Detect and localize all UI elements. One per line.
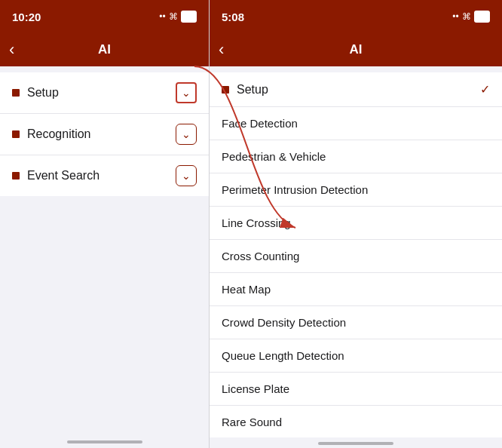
- left-nav-bar: ‹ AI: [0, 33, 209, 66]
- right-item-cross-counting[interactable]: Cross Counting: [210, 240, 502, 273]
- right-back-button[interactable]: ‹: [219, 40, 224, 60]
- license-plate-label: License Plate: [222, 382, 289, 395]
- right-item-heat-map[interactable]: Heat Map: [210, 273, 502, 306]
- right-setup-chevron-icon: ✓: [480, 82, 490, 97]
- right-setup-left: Setup: [222, 83, 268, 97]
- right-panel: 5:08 •• ⌘ 97 ‹ AI Setup ✓ Face Detection…: [209, 0, 502, 448]
- right-item-perimeter-intrusion[interactable]: Perimeter Intrusion Detection: [210, 173, 502, 207]
- right-nav-bar: ‹ AI: [210, 33, 502, 66]
- setup-label: Setup: [27, 86, 59, 100]
- left-time: 10:20: [12, 11, 41, 23]
- eventsearch-dot: [12, 172, 20, 180]
- eventsearch-label: Event Search: [27, 169, 99, 183]
- recognition-chevron-symbol: ⌄: [182, 128, 191, 140]
- queue-length-label: Queue Length Detection: [222, 349, 344, 362]
- eventsearch-chevron-symbol: ⌄: [182, 170, 191, 182]
- right-item-pedestrian-vehicle[interactable]: Pedestrian & Vehicle: [210, 140, 502, 173]
- left-menu-item-setup-left: Setup: [12, 86, 59, 100]
- pedestrian-vehicle-label: Pedestrian & Vehicle: [222, 150, 326, 163]
- right-battery: 97: [474, 11, 490, 23]
- left-home-indicator: [0, 440, 209, 443]
- right-item-face-detection[interactable]: Face Detection: [210, 107, 502, 140]
- left-home-bar: [67, 440, 142, 443]
- recognition-expand-icon[interactable]: ⌄: [176, 124, 197, 145]
- right-home-bar: [318, 442, 393, 445]
- right-home-indicator: [210, 437, 502, 448]
- cross-counting-label: Cross Counting: [222, 250, 299, 262]
- setup-expand-icon[interactable]: ⌄: [176, 82, 197, 103]
- right-wifi-icon: ⌘: [462, 11, 471, 22]
- perimeter-intrusion-label: Perimeter Intrusion Detection: [222, 183, 368, 196]
- eventsearch-expand-icon[interactable]: ⌄: [176, 165, 197, 186]
- left-menu-item-recognition[interactable]: Recognition ⌄: [0, 114, 209, 155]
- right-status-bar: 5:08 •• ⌘ 97: [210, 0, 502, 33]
- right-setup-item[interactable]: Setup ✓: [210, 72, 502, 107]
- line-crossing-label: Line Crossing: [222, 216, 291, 229]
- left-menu-list: Setup ⌄ Recognition ⌄ Event Search ⌄: [0, 72, 209, 196]
- right-item-rare-sound[interactable]: Rare Sound: [210, 406, 502, 437]
- recognition-dot: [12, 130, 20, 138]
- setup-dot: [12, 89, 20, 97]
- right-item-line-crossing[interactable]: Line Crossing: [210, 207, 502, 240]
- right-nav-title: AI: [350, 42, 363, 57]
- left-wifi-icon: ⌘: [169, 11, 178, 22]
- left-status-icons: •• ⌘ 74: [159, 11, 197, 23]
- right-signal-icon: ••: [452, 11, 458, 22]
- rare-sound-label: Rare Sound: [222, 416, 282, 428]
- heat-map-label: Heat Map: [222, 283, 271, 296]
- left-menu-item-setup[interactable]: Setup ⌄: [0, 72, 209, 114]
- left-menu-item-eventsearch-left: Event Search: [12, 169, 99, 183]
- face-detection-label: Face Detection: [222, 117, 298, 130]
- crowd-density-label: Crowd Density Detection: [222, 316, 346, 329]
- right-item-license-plate[interactable]: License Plate: [210, 373, 502, 406]
- left-back-button[interactable]: ‹: [9, 40, 14, 60]
- setup-chevron-symbol: ⌄: [182, 87, 191, 99]
- right-setup-dot: [222, 86, 229, 94]
- left-nav-title: AI: [98, 42, 111, 57]
- right-time: 5:08: [222, 11, 244, 23]
- right-item-crowd-density[interactable]: Crowd Density Detection: [210, 306, 502, 339]
- right-setup-label: Setup: [237, 83, 268, 97]
- left-battery: 74: [181, 11, 197, 23]
- left-signal-icon: ••: [159, 11, 165, 22]
- left-panel: 10:20 •• ⌘ 74 ‹ AI Setup ⌄ Recognition: [0, 0, 209, 448]
- left-menu-item-eventsearch[interactable]: Event Search ⌄: [0, 155, 209, 196]
- recognition-label: Recognition: [27, 127, 91, 141]
- right-item-queue-length[interactable]: Queue Length Detection: [210, 339, 502, 373]
- left-status-bar: 10:20 •• ⌘ 74: [0, 0, 209, 33]
- right-menu-list: Setup ✓ Face Detection Pedestrian & Vehi…: [210, 72, 502, 437]
- left-menu-item-recognition-left: Recognition: [12, 127, 91, 141]
- right-status-icons: •• ⌘ 97: [452, 11, 490, 23]
